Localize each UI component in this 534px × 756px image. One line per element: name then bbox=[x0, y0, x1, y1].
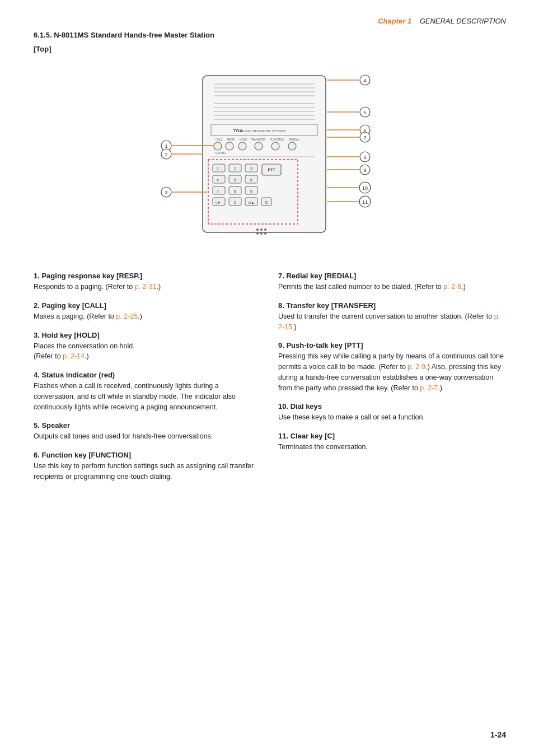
svg-text:HOLD: HOLD bbox=[240, 138, 247, 141]
svg-point-61 bbox=[264, 232, 266, 235]
sub-title: [Top] bbox=[34, 45, 506, 53]
svg-rect-28 bbox=[213, 164, 225, 172]
svg-point-59 bbox=[256, 232, 259, 235]
svg-point-20 bbox=[226, 142, 233, 150]
item-7-title: 7. Redial key [REDIAL] bbox=[278, 272, 506, 280]
svg-point-19 bbox=[214, 142, 222, 150]
svg-point-57 bbox=[260, 228, 263, 231]
item-5-title: 5. Speaker bbox=[34, 421, 261, 430]
svg-text:TRANSFER: TRANSFER bbox=[250, 138, 265, 141]
item-9-link1[interactable]: p. 2-9 bbox=[407, 363, 425, 371]
svg-text:5: 5 bbox=[363, 110, 366, 115]
svg-point-21 bbox=[238, 142, 246, 150]
svg-text:3: 3 bbox=[250, 167, 252, 171]
item-2-link[interactable]: p. 2-25 bbox=[116, 312, 138, 320]
svg-text:4: 4 bbox=[363, 78, 366, 83]
right-column: 7. Redial key [REDIAL] Permits the last … bbox=[278, 272, 506, 491]
chapter-label: Chapter 1 bbox=[378, 17, 411, 25]
item-4-title: 4. Status indicator (red) bbox=[34, 371, 261, 379]
item-3-title: 3. Hold key [HOLD] bbox=[34, 331, 261, 339]
svg-text:3: 3 bbox=[165, 190, 167, 195]
item-6: 6. Function key [FUNCTION] Use this key … bbox=[34, 451, 261, 482]
item-2: 2. Paging key [CALL] Makes a paging. (Re… bbox=[34, 301, 261, 322]
svg-point-23 bbox=[271, 142, 279, 150]
svg-point-58 bbox=[264, 228, 266, 231]
svg-text:2: 2 bbox=[234, 167, 236, 171]
svg-text:10: 10 bbox=[362, 185, 368, 191]
item-8-link[interactable]: p. 2-15 bbox=[278, 312, 500, 331]
svg-point-24 bbox=[288, 142, 296, 150]
svg-text:FUNCTION: FUNCTION bbox=[270, 138, 284, 141]
item-7-desc: Permits the last called number to be dia… bbox=[278, 282, 506, 292]
item-4: 4. Status indicator (red) Flashes when a… bbox=[34, 371, 261, 412]
item-7-link[interactable]: p. 2-8 bbox=[443, 283, 461, 291]
item-9-link2[interactable]: p. 2-7 bbox=[420, 384, 438, 392]
item-3-link[interactable]: p. 2-14 bbox=[63, 352, 85, 360]
svg-text:11: 11 bbox=[362, 199, 368, 205]
item-1-desc: Responds to a paging. (Refer to p. 2-31.… bbox=[34, 282, 261, 292]
device-svg: TOA ACKET INTERCOM SYSTEM CALL RESP HOLD… bbox=[141, 70, 399, 249]
item-11: 11. Clear key [C] Terminates the convers… bbox=[278, 432, 506, 452]
svg-text:0: 0 bbox=[234, 200, 236, 204]
svg-text:9: 9 bbox=[250, 189, 252, 193]
svg-text:*/▼: */▼ bbox=[215, 201, 221, 204]
item-5: 5. Speaker Outputs call tones and used f… bbox=[34, 421, 261, 442]
page-header: Chapter 1 GENERAL DESCRIPTION bbox=[34, 17, 506, 25]
svg-point-60 bbox=[260, 232, 263, 235]
item-11-title: 11. Clear key [C] bbox=[278, 432, 506, 440]
svg-text:REDIAL: REDIAL bbox=[289, 138, 299, 141]
item-3: 3. Hold key [HOLD] Places the conversati… bbox=[34, 331, 261, 362]
svg-text:6: 6 bbox=[250, 178, 252, 182]
content-columns: 1. Paging response key [RESP.] Responds … bbox=[34, 272, 506, 491]
svg-text:CALL: CALL bbox=[216, 138, 223, 141]
section-title: 6.1.5. N-8011MS Standard Hands-free Mast… bbox=[34, 31, 506, 39]
svg-text:2: 2 bbox=[165, 152, 167, 157]
chapter-title: GENERAL DESCRIPTION bbox=[420, 17, 506, 25]
item-8-title: 8. Transfer key [TRANSFER] bbox=[278, 301, 506, 310]
item-1-title: 1. Paging response key [RESP.] bbox=[34, 272, 261, 280]
item-10-title: 10. Dial keys bbox=[278, 402, 506, 410]
device-diagram: TOA ACKET INTERCOM SYSTEM CALL RESP HOLD… bbox=[34, 64, 506, 255]
page-number: 1-24 bbox=[490, 730, 506, 739]
item-9: 9. Push-to-talk key [PTT] Pressing this … bbox=[278, 341, 506, 393]
item-9-desc: Pressing this key while calling a party … bbox=[278, 351, 506, 393]
svg-rect-34 bbox=[213, 175, 225, 183]
svg-text:ACKET INTERCOM SYSTEM: ACKET INTERCOM SYSTEM bbox=[241, 129, 285, 133]
item-8: 8. Transfer key [TRANSFER] Used to trans… bbox=[278, 301, 506, 333]
svg-text:·5·: ·5· bbox=[233, 178, 237, 182]
item-8-desc: Used to transfer the current conversatio… bbox=[278, 311, 506, 333]
item-6-desc: Use this key to perform function setting… bbox=[34, 461, 261, 482]
svg-text:PTT: PTT bbox=[268, 168, 275, 172]
item-1-link[interactable]: p. 2-31 bbox=[135, 283, 157, 291]
svg-text:7: 7 bbox=[363, 135, 366, 141]
item-2-desc: Makes a paging. (Refer to p. 2-25.) bbox=[34, 311, 261, 322]
svg-text:7: 7 bbox=[217, 189, 219, 193]
svg-point-56 bbox=[256, 228, 259, 231]
svg-text:RESP: RESP bbox=[227, 138, 235, 141]
svg-text:PAGING: PAGING bbox=[216, 151, 226, 155]
item-3-desc: Places the conversation on hold.(Refer t… bbox=[34, 341, 261, 362]
svg-text:C: C bbox=[265, 200, 268, 204]
item-10-desc: Use these keys to make a call or set a f… bbox=[278, 412, 506, 423]
item-4-desc: Flashes when a call is received, continu… bbox=[34, 381, 261, 412]
item-5-desc: Outputs call tones and used for hands-fr… bbox=[34, 431, 261, 442]
svg-text:#/▲: #/▲ bbox=[249, 201, 255, 204]
svg-text:4: 4 bbox=[217, 178, 219, 182]
item-6-title: 6. Function key [FUNCTION] bbox=[34, 451, 261, 459]
svg-rect-40 bbox=[213, 186, 225, 194]
item-10: 10. Dial keys Use these keys to make a c… bbox=[278, 402, 506, 423]
item-9-title: 9. Push-to-talk key [PTT] bbox=[278, 341, 506, 349]
item-11-desc: Terminates the conversation. bbox=[278, 442, 506, 452]
item-1: 1. Paging response key [RESP.] Responds … bbox=[34, 272, 261, 292]
svg-text:8: 8 bbox=[363, 155, 366, 160]
item-2-title: 2. Paging key [CALL] bbox=[34, 301, 261, 310]
svg-text:8: 8 bbox=[234, 189, 236, 193]
left-column: 1. Paging response key [RESP.] Responds … bbox=[34, 272, 261, 491]
svg-point-22 bbox=[255, 142, 263, 150]
svg-text:9: 9 bbox=[363, 167, 366, 173]
item-7: 7. Redial key [REDIAL] Permits the last … bbox=[278, 272, 506, 292]
svg-text:1: 1 bbox=[165, 143, 167, 149]
svg-text:1: 1 bbox=[217, 167, 219, 171]
